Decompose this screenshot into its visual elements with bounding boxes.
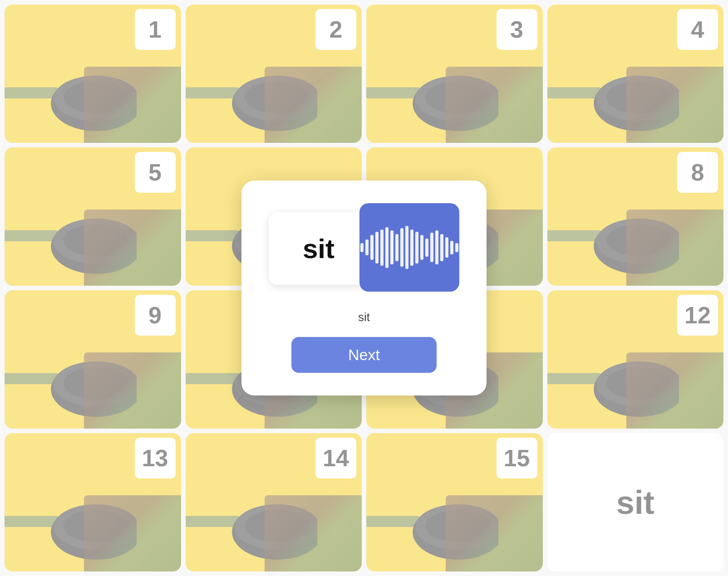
waveform-bar [410, 229, 413, 266]
waveform [360, 225, 458, 270]
waveform-bar [390, 230, 394, 264]
modal-cards-row: sit [269, 203, 459, 294]
waveform-bar [395, 234, 398, 261]
waveform-bar [415, 232, 418, 264]
waveform-bar [365, 239, 369, 255]
waveform-bar [420, 235, 423, 260]
waveform-bar [375, 232, 379, 264]
waveform-bar [380, 229, 384, 266]
waveform-bar [440, 234, 443, 261]
waveform-bar [445, 237, 448, 258]
waveform-bar [385, 227, 389, 268]
word-card: sit [269, 212, 369, 285]
waveform-bar [430, 233, 433, 262]
modal-word-label: sit [358, 310, 370, 324]
next-button[interactable]: Next [291, 337, 437, 373]
waveform-bar [405, 226, 408, 269]
waveform-bar [360, 243, 364, 252]
waveform-bar [450, 241, 453, 254]
modal: sit sit Next [241, 181, 487, 395]
waveform-bar [435, 230, 438, 264]
waveform-bar [425, 239, 428, 257]
waveform-bar [370, 235, 374, 260]
word-card-text: sit [303, 233, 334, 264]
waveform-bar [455, 243, 458, 252]
waveform-bar [400, 228, 403, 267]
audio-card[interactable] [359, 203, 459, 292]
modal-overlay: sit sit Next [0, 0, 728, 576]
